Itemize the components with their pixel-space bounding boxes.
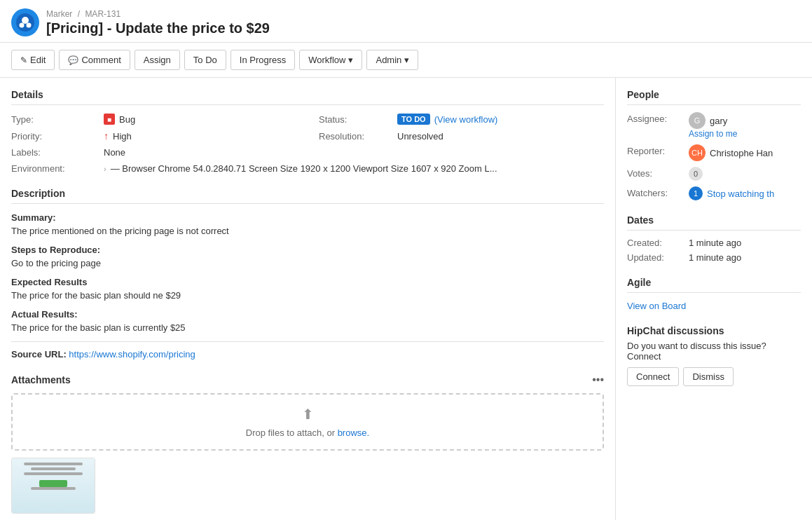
edit-icon: ✎	[20, 55, 27, 65]
assignee-row: Assignee: G gary Assign to me	[627, 112, 801, 139]
thumb-content	[12, 458, 95, 513]
resolution-text: Unresolved	[397, 131, 443, 142]
reporter-label: Reporter:	[627, 144, 683, 156]
comment-button[interactable]: 💬 Comment	[59, 50, 130, 70]
environment-label: Environment:	[11, 163, 95, 174]
content-area: Details Type: ■ Bug Status: TO DO (View …	[0, 78, 616, 520]
assignee-info: G gary Assign to me	[689, 112, 737, 139]
drop-zone-text: Drop files to attach, or browse.	[246, 427, 369, 438]
watchers-with-badge: 1 Stop watching th	[689, 186, 774, 200]
thumb-line-2	[31, 467, 76, 470]
votes-row: Votes: 0	[627, 167, 801, 181]
resolution-value: Unresolved	[397, 131, 604, 142]
thumb-button	[39, 480, 67, 487]
breadcrumb-separator: /	[78, 9, 80, 19]
resolution-label: Resolution:	[319, 131, 389, 142]
updated-label: Updated:	[627, 252, 683, 263]
comment-icon: 💬	[68, 55, 78, 65]
connect-button[interactable]: Connect	[627, 367, 679, 386]
bug-icon: ■	[104, 114, 115, 125]
main-layout: Details Type: ■ Bug Status: TO DO (View …	[0, 78, 812, 520]
attachments-title: Attachments	[11, 374, 71, 385]
type-text: Bug	[119, 114, 135, 125]
issue-id-link[interactable]: MAR-131	[85, 9, 121, 19]
people-section: People Assignee: G gary Assign to me Rep…	[627, 89, 801, 200]
steps-heading: Steps to Reproduce:	[11, 245, 604, 255]
breadcrumb-nav: Marker / MAR-131	[46, 9, 270, 19]
stop-watching-link[interactable]: Stop watching th	[707, 189, 774, 199]
description-section-title: Description	[11, 188, 604, 204]
app-logo	[11, 8, 39, 36]
workflow-button[interactable]: Workflow ▾	[299, 50, 362, 70]
chevron-down-icon: ▾	[404, 55, 409, 65]
labels-text: None	[104, 147, 125, 158]
view-workflow-link[interactable]: (View workflow)	[434, 114, 498, 125]
page-header: Marker / MAR-131 [Pricing] - Update the …	[0, 0, 812, 43]
divider	[11, 341, 604, 342]
attachments-section: Attachments ••• ⬆ Drop files to attach, …	[11, 374, 604, 514]
priority-icon: ↑	[104, 130, 109, 142]
admin-button[interactable]: Admin ▾	[366, 50, 418, 70]
actual-heading: Actual Results:	[11, 309, 604, 320]
admin-label: Admin	[376, 55, 401, 65]
svg-point-3	[27, 23, 32, 28]
description-section: Description Summary: The price mentioned…	[11, 188, 604, 360]
expected-text: The price for the basic plan should ne $…	[11, 290, 604, 301]
edit-label: Edit	[30, 55, 46, 65]
thumb-line-3	[24, 472, 83, 475]
todo-label: To Do	[193, 55, 217, 65]
hipchat-title: HipChat discussions	[627, 325, 801, 336]
steps-text: Go to the pricing page	[11, 258, 604, 268]
created-row: Created: 1 minute ago	[627, 238, 801, 248]
priority-value: ↑ High	[104, 130, 310, 142]
created-value: 1 minute ago	[689, 238, 741, 248]
source-url-row: Source URL: https://www.shopify.com/pric…	[11, 349, 604, 360]
assignee-name: gary	[710, 116, 727, 126]
in-progress-button[interactable]: In Progress	[230, 50, 295, 70]
assignee-avatar: G	[689, 112, 706, 129]
comment-label: Comment	[81, 55, 121, 65]
upload-icon: ⬆	[24, 406, 591, 423]
toolbar: ✎ Edit 💬 Comment Assign To Do In Progres…	[0, 43, 812, 78]
labels-label: Labels:	[11, 147, 95, 158]
details-section-title: Details	[11, 89, 604, 105]
sidebar: People Assignee: G gary Assign to me Rep…	[616, 78, 812, 520]
todo-button[interactable]: To Do	[184, 50, 226, 70]
agile-section: Agile View on Board	[627, 277, 801, 311]
hipchat-buttons: Connect Dismiss	[627, 367, 801, 386]
votes-info: 0	[689, 167, 703, 181]
watchers-row: Watchers: 1 Stop watching th	[627, 186, 801, 200]
attachments-header: Attachments •••	[11, 374, 604, 386]
priority-text: High	[113, 131, 132, 142]
assignee-label: Assignee:	[627, 112, 683, 124]
drop-zone[interactable]: ⬆ Drop files to attach, or browse.	[11, 393, 604, 451]
workflow-label: Workflow	[308, 55, 345, 65]
environment-value: › — Browser Chrome 54.0.2840.71 Screen S…	[104, 163, 604, 174]
expected-heading: Expected Results	[11, 277, 604, 287]
breadcrumb: Marker / MAR-131 [Pricing] - Update the …	[46, 9, 270, 36]
status-label: Status:	[319, 114, 389, 125]
people-section-title: People	[627, 89, 801, 105]
in-progress-label: In Progress	[240, 55, 286, 65]
reporter-info: CH Christophe Han	[689, 144, 773, 161]
svg-point-2	[20, 23, 25, 28]
browse-link[interactable]: browse.	[338, 427, 370, 438]
edit-button[interactable]: ✎ Edit	[11, 50, 55, 70]
project-link[interactable]: Marker	[46, 9, 72, 19]
hipchat-description: Do you want to discuss this issue? Conne…	[627, 341, 801, 362]
type-value: ■ Bug	[104, 114, 310, 125]
agile-section-title: Agile	[627, 277, 801, 293]
source-url-link[interactable]: https://www.shopify.com/pricing	[69, 349, 195, 360]
details-grid: Type: ■ Bug Status: TO DO (View workflow…	[11, 114, 604, 174]
env-expand-icon: ›	[104, 165, 106, 173]
view-on-board-link[interactable]: View on Board	[627, 301, 686, 311]
attachment-thumbnail[interactable]	[11, 458, 95, 514]
watchers-badge: 1	[689, 186, 703, 200]
status-badge: TO DO	[397, 114, 430, 125]
assign-button[interactable]: Assign	[135, 50, 180, 70]
attachments-more-button[interactable]: •••	[592, 374, 604, 386]
assignee-with-avatar: G gary	[689, 112, 737, 129]
assign-to-me-link[interactable]: Assign to me	[689, 129, 737, 139]
dismiss-button[interactable]: Dismiss	[683, 367, 734, 386]
summary-heading: Summary:	[11, 212, 604, 223]
